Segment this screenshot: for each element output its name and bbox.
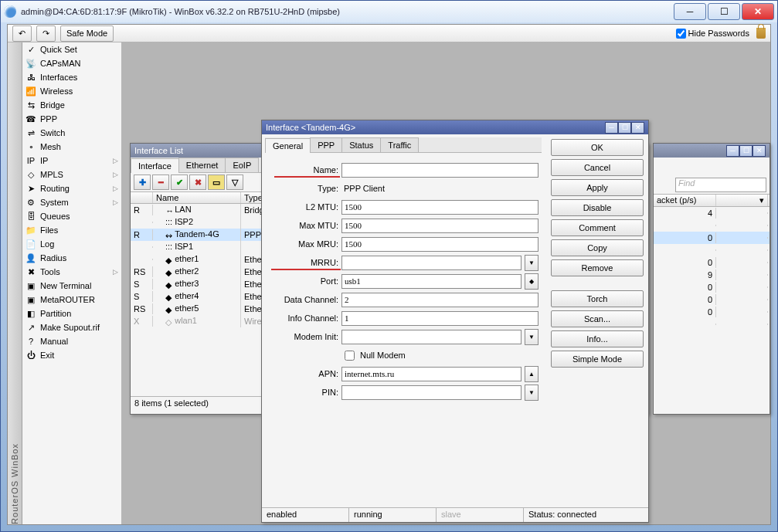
infoch-input[interactable] [341, 311, 538, 326]
menu-item-new-terminal[interactable]: ▣New Terminal [22, 279, 121, 293]
menu-item-bridge[interactable]: ⇆Bridge [22, 98, 121, 112]
submenu-arrow-icon: ▷ [113, 157, 118, 164]
copy-button[interactable]: Copy [551, 239, 644, 256]
menu-item-log[interactable]: 📄Log [22, 237, 121, 251]
field-datach: Data Channel: [265, 290, 538, 309]
menu-item-routing[interactable]: ➤Routing▷ [22, 181, 121, 195]
menu-item-exit[interactable]: ⏻Exit [22, 348, 121, 362]
comment-button[interactable]: ▭ [208, 175, 225, 190]
dialog-tab-traffic[interactable]: Traffic [380, 137, 419, 152]
menu-item-metarouter[interactable]: ▣MetaROUTER [22, 293, 121, 307]
maxmtu-input[interactable] [341, 219, 538, 233]
lock-icon [756, 28, 766, 39]
remove-button[interactable]: ━ [152, 175, 169, 190]
packet-row: 0 [654, 293, 770, 306]
ok-button[interactable]: OK [551, 139, 644, 156]
add-button[interactable]: ✚ [134, 175, 151, 190]
dropdown-arrow-icon[interactable]: ▲ [525, 366, 538, 382]
apn-input[interactable] [341, 367, 521, 381]
cancel-button[interactable]: Cancel [551, 159, 644, 176]
maxmru-input[interactable] [341, 237, 538, 252]
find-input[interactable]: Find [675, 178, 766, 192]
menu-icon: ➤ [25, 183, 36, 194]
col-name[interactable]: Name [153, 192, 241, 203]
menu-item-mpls[interactable]: ◇MPLS▷ [22, 168, 121, 181]
dropdown-arrow-icon[interactable]: ▼ [525, 329, 538, 345]
mdi-min-icon[interactable]: ─ [605, 122, 618, 134]
dropdown-arrow-icon[interactable]: ◆ [525, 273, 538, 290]
null-modem-checkbox[interactable]: Null Modem [341, 348, 406, 363]
field-name: Name: [265, 161, 538, 179]
menu-item-partition[interactable]: ◧Partition [22, 307, 121, 320]
scan--button[interactable]: Scan... [551, 310, 644, 327]
menu-icon: 👤 [25, 252, 36, 263]
menu-item-tools[interactable]: ✖Tools▷ [22, 265, 121, 279]
enable-button[interactable]: ✔ [171, 175, 188, 190]
dropdown-arrow-icon[interactable]: ▼ [525, 255, 538, 271]
field-modeminit: Modem Init:▼ [265, 327, 538, 346]
undo-button[interactable]: ↶ [12, 25, 32, 42]
dialog-tab-ppp[interactable]: PPP [310, 137, 342, 152]
safe-mode-button[interactable]: Safe Mode [60, 25, 114, 42]
menu-item-quick-set[interactable]: ✓Quick Set [22, 42, 121, 56]
maximize-button[interactable]: ☐ [708, 3, 740, 20]
main-menu: ✓Quick Set📡CAPsMAN🖧Interfaces📶Wireless⇆B… [22, 42, 122, 524]
mrru-input[interactable] [341, 256, 521, 270]
menu-item-ppp[interactable]: ☎PPP [22, 112, 121, 126]
torch-button[interactable]: Torch [551, 290, 644, 307]
menu-item-radius[interactable]: 👤Radius [22, 251, 121, 265]
menu-item-files[interactable]: 📁Files [22, 223, 121, 237]
filter-button[interactable]: ▽ [226, 175, 243, 190]
tab-interface[interactable]: Interface [131, 158, 179, 173]
submenu-arrow-icon: ▷ [113, 185, 118, 192]
dialog-tab-general[interactable]: General [265, 138, 311, 153]
redo-button[interactable]: ↷ [36, 25, 56, 42]
field-label: Type: [265, 184, 338, 193]
menu-item-manual[interactable]: ?Manual [22, 334, 121, 348]
pin-input[interactable] [341, 385, 521, 400]
mdi-close-icon[interactable]: ✕ [631, 122, 644, 134]
mdi-min-icon[interactable]: ─ [726, 145, 739, 157]
remove-button[interactable]: Remove [551, 259, 644, 276]
datach-input[interactable] [341, 293, 538, 307]
close-button[interactable]: ✕ [742, 3, 774, 20]
menu-item-mesh[interactable]: ∘Mesh [22, 140, 121, 154]
col-packets[interactable]: acket (p/s) [654, 195, 716, 206]
port-input[interactable] [341, 274, 521, 289]
field-label: Max MRU: [265, 239, 338, 249]
comment-button[interactable]: Comment [551, 219, 644, 236]
tab-ethernet[interactable]: Ethernet [178, 158, 226, 172]
packet-row [654, 219, 770, 232]
modeminit-input[interactable] [341, 330, 521, 344]
menu-item-make-supout-rif[interactable]: ↗Make Supout.rif [22, 320, 121, 334]
mdi-close-icon[interactable]: ✕ [753, 145, 766, 157]
menu-item-interfaces[interactable]: 🖧Interfaces [22, 70, 121, 84]
dropdown-arrow-icon[interactable]: ▼ [525, 385, 538, 401]
l2mtu-input[interactable] [341, 200, 538, 215]
disable-button[interactable]: Disable [551, 199, 644, 216]
hide-passwords-checkbox[interactable]: Hide Passwords [676, 29, 749, 39]
menu-icon: ▣ [25, 280, 36, 291]
submenu-arrow-icon: ▷ [113, 171, 118, 178]
info--button[interactable]: Info... [551, 330, 644, 347]
tab-eoip[interactable]: EoIP [225, 158, 259, 172]
field-l2mtu: L2 MTU: [265, 198, 538, 216]
disable-button[interactable]: ✖ [189, 175, 206, 190]
menu-item-queues[interactable]: 🗄Queues [22, 209, 121, 223]
menu-item-switch[interactable]: ⇌Switch [22, 126, 121, 140]
field-type: Type:PPP Client [265, 179, 538, 198]
minimize-button[interactable]: ─ [674, 3, 706, 20]
menu-item-system[interactable]: ⚙System▷ [22, 195, 121, 209]
apply-button[interactable]: Apply [551, 179, 644, 196]
menu-item-capsman[interactable]: 📡CAPsMAN [22, 56, 121, 70]
sidebar-tab[interactable]: RouterOS WinBox [8, 42, 22, 524]
menu-item-wireless[interactable]: 📶Wireless [22, 84, 121, 98]
mdi-max-icon[interactable]: ☐ [739, 145, 753, 157]
packet-row: 0 [654, 232, 770, 244]
mdi-max-icon[interactable]: ☐ [618, 122, 631, 134]
name-input[interactable] [341, 163, 538, 178]
menu-item-ip[interactable]: IPIP▷ [22, 154, 121, 168]
simple-mode-button[interactable]: Simple Mode [551, 351, 644, 368]
dialog-tab-status[interactable]: Status [341, 137, 381, 152]
interface-edit-dialog[interactable]: Interface <Tandem-4G> ─☐✕ GeneralPPPStat… [261, 120, 649, 523]
